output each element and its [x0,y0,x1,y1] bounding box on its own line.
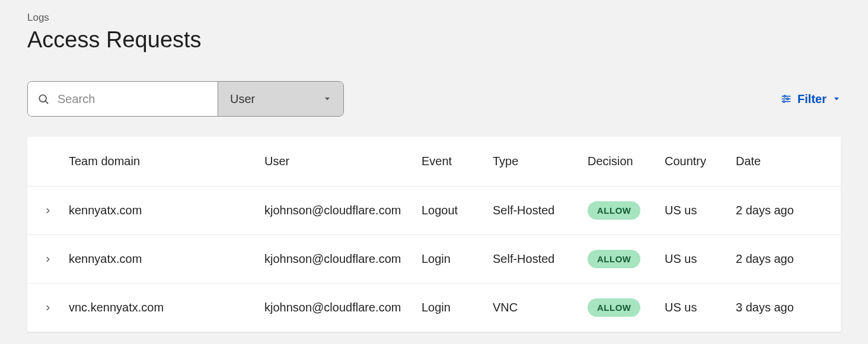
decision-badge: ALLOW [588,250,640,268]
cell-team-domain: vnc.kennyatx.com [69,301,264,314]
chevron-down-icon [323,95,331,103]
col-event[interactable]: Event [422,155,493,168]
cell-decision: ALLOW [588,250,665,268]
table-row: kennyatx.com kjohnson@cloudflare.com Log… [27,235,841,284]
svg-point-5 [787,98,789,100]
cell-type: Self-Hosted [493,204,588,217]
decision-badge: ALLOW [588,201,640,220]
access-requests-table: Team domain User Event Type Decision Cou… [27,137,841,332]
cell-date: 3 days ago [736,301,837,314]
col-country[interactable]: Country [665,155,736,168]
cell-date: 2 days ago [736,204,837,217]
page-title: Access Requests [27,27,841,53]
col-type[interactable]: Type [493,155,588,168]
cell-user: kjohnson@cloudflare.com [264,301,422,314]
cell-country: US us [665,204,736,217]
svg-point-7 [783,101,785,102]
table-row: vnc.kennyatx.com kjohnson@cloudflare.com… [27,284,841,332]
col-date[interactable]: Date [736,155,837,168]
cell-team-domain: kennyatx.com [69,252,264,266]
col-team-domain[interactable]: Team domain [69,155,264,168]
cell-event: Login [422,252,493,266]
table-row: kennyatx.com kjohnson@cloudflare.com Log… [27,187,841,235]
search-type-select[interactable]: User [218,82,343,116]
chevron-down-icon [832,95,841,103]
cell-type: VNC [493,301,588,314]
cell-type: Self-Hosted [493,252,588,266]
svg-point-3 [784,95,786,97]
cell-team-domain: kennyatx.com [69,204,264,217]
col-decision[interactable]: Decision [588,155,665,168]
cell-user: kjohnson@cloudflare.com [264,252,422,266]
search-box[interactable] [28,82,218,116]
filter-label: Filter [797,92,826,106]
cell-decision: ALLOW [588,298,665,317]
expand-row-button[interactable] [27,304,69,312]
expand-row-button[interactable] [27,207,69,215]
col-user[interactable]: User [264,155,422,168]
search-group: User [27,81,344,117]
cell-date: 2 days ago [736,252,837,266]
filter-button[interactable]: Filter [781,92,841,106]
cell-country: US us [665,252,736,266]
breadcrumb[interactable]: Logs [27,12,841,24]
chevron-right-icon [44,304,52,312]
search-type-label: User [230,92,255,106]
sliders-icon [781,94,792,104]
cell-event: Login [422,301,493,314]
decision-badge: ALLOW [588,298,640,317]
cell-user: kjohnson@cloudflare.com [264,204,422,217]
cell-event: Logout [422,204,493,217]
expand-row-button[interactable] [27,255,69,263]
svg-line-1 [46,101,48,104]
table-header-row: Team domain User Event Type Decision Cou… [27,137,841,187]
chevron-right-icon [44,255,52,263]
search-input[interactable] [58,92,208,106]
chevron-right-icon [44,207,52,215]
search-icon [37,93,49,105]
cell-country: US us [665,301,736,314]
cell-decision: ALLOW [588,201,665,220]
